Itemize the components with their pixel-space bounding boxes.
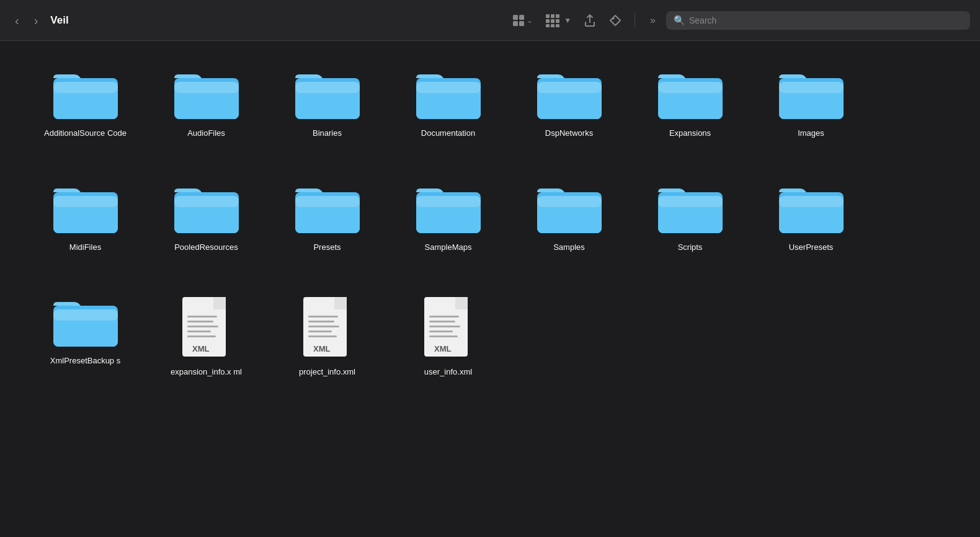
file-row-0: AdditionalSource Code AudioFiles Binarie… xyxy=(25,60,955,149)
list-chevron: ▼ xyxy=(564,16,571,25)
folder-icon xyxy=(173,66,240,122)
svg-text:XML: XML xyxy=(192,344,210,353)
file-item-2-1[interactable]: XML expansion_info.x ml xyxy=(146,287,267,388)
file-row-2: XmlPresetBackup s XML expansion_info.x m… xyxy=(25,287,955,388)
file-item-2-2[interactable]: XML project_info.xml xyxy=(267,287,388,388)
svg-rect-2 xyxy=(513,21,518,26)
file-item-1-4[interactable]: Samples xyxy=(509,174,630,263)
file-item-0-0[interactable]: AdditionalSource Code xyxy=(25,60,146,149)
back-button[interactable]: ‹ xyxy=(10,12,24,29)
file-label: Presets xyxy=(313,242,341,253)
svg-rect-7 xyxy=(546,19,550,23)
svg-rect-19 xyxy=(174,82,239,93)
svg-rect-46 xyxy=(416,196,481,207)
more-button[interactable]: » xyxy=(645,12,661,29)
file-label: Samples xyxy=(553,242,585,253)
file-row-1: MidiFiles PooledResources Presets Sample… xyxy=(25,174,955,263)
svg-rect-52 xyxy=(658,196,723,207)
tag-button[interactable] xyxy=(606,11,625,30)
svg-rect-70 xyxy=(308,321,334,322)
forward-button[interactable]: › xyxy=(29,12,43,29)
folder-icon xyxy=(536,180,603,236)
svg-rect-61 xyxy=(187,316,217,317)
file-item-0-5[interactable]: Expansions xyxy=(630,60,751,149)
folder-icon xyxy=(52,180,119,236)
file-label: Binaries xyxy=(313,128,342,139)
file-item-2-3[interactable]: XML user_info.xml xyxy=(388,287,509,388)
file-item-0-2[interactable]: Binaries xyxy=(267,60,388,149)
folder-icon xyxy=(52,66,119,122)
svg-point-13 xyxy=(613,17,615,19)
svg-rect-34 xyxy=(779,82,844,93)
file-label: Expansions xyxy=(669,128,711,139)
file-label: Images xyxy=(798,128,824,139)
svg-rect-76 xyxy=(455,297,468,309)
file-item-0-1[interactable]: AudioFiles xyxy=(146,60,267,149)
folder-icon xyxy=(294,66,361,122)
file-item-1-5[interactable]: Scripts xyxy=(630,174,751,263)
window-title: Veil xyxy=(50,14,68,27)
svg-rect-10 xyxy=(546,24,550,27)
svg-rect-58 xyxy=(53,309,118,321)
search-bar: 🔍 xyxy=(666,11,970,30)
file-item-2-0[interactable]: XmlPresetBackup s xyxy=(25,287,146,388)
svg-rect-72 xyxy=(308,331,332,332)
svg-rect-71 xyxy=(308,326,339,327)
svg-rect-5 xyxy=(551,14,555,18)
folder-icon xyxy=(657,180,724,236)
file-item-1-0[interactable]: MidiFiles xyxy=(25,174,146,263)
file-label: SampleMaps xyxy=(425,242,472,253)
file-label: XmlPresetBackup s xyxy=(50,355,120,366)
toolbar: ‹ › Veil ⌄ xyxy=(0,0,980,41)
search-icon: 🔍 xyxy=(674,15,685,26)
svg-rect-1 xyxy=(519,15,524,20)
file-item-1-1[interactable]: PooledResources xyxy=(146,174,267,263)
svg-rect-63 xyxy=(187,326,218,327)
svg-rect-64 xyxy=(187,331,211,332)
file-label: UserPresets xyxy=(789,242,834,253)
file-item-1-6[interactable]: UserPresets xyxy=(751,174,871,263)
list-view-button[interactable]: ▼ xyxy=(543,11,574,30)
file-label: AdditionalSource Code xyxy=(44,128,127,139)
svg-rect-4 xyxy=(546,14,550,18)
svg-rect-68 xyxy=(334,297,347,309)
file-label: PooledResources xyxy=(174,242,238,253)
view-chevron: ⌄ xyxy=(527,16,533,25)
view-toggle-icon-grid[interactable]: ⌄ xyxy=(509,11,535,30)
svg-rect-60 xyxy=(213,297,226,309)
svg-rect-65 xyxy=(187,335,216,337)
folder-icon xyxy=(536,66,603,122)
file-label: AudioFiles xyxy=(187,128,225,139)
svg-rect-9 xyxy=(556,19,559,23)
toolbar-separator xyxy=(635,13,635,28)
svg-rect-8 xyxy=(551,19,555,23)
search-input[interactable] xyxy=(689,16,963,25)
svg-text:XML: XML xyxy=(434,344,452,353)
svg-rect-77 xyxy=(429,316,459,317)
grid-view-button[interactable]: ⌄ xyxy=(509,11,535,30)
svg-rect-31 xyxy=(658,82,723,93)
svg-rect-25 xyxy=(416,82,481,93)
folder-icon xyxy=(657,66,724,122)
file-item-1-2[interactable]: Presets xyxy=(267,174,388,263)
folder-icon xyxy=(778,66,845,122)
folder-icon xyxy=(778,180,845,236)
share-button[interactable] xyxy=(581,11,599,30)
svg-rect-11 xyxy=(551,24,555,27)
file-item-0-6[interactable]: Images xyxy=(751,60,871,149)
svg-rect-55 xyxy=(779,196,844,207)
xml-file-icon: XML xyxy=(179,293,234,360)
file-label: DspNetworks xyxy=(545,128,593,139)
svg-rect-40 xyxy=(174,196,239,207)
file-item-1-3[interactable]: SampleMaps xyxy=(388,174,509,263)
toolbar-icons: ⌄ ▼ xyxy=(509,11,661,30)
folder-icon xyxy=(415,66,482,122)
file-item-0-4[interactable]: DspNetworks xyxy=(509,60,630,149)
svg-text:XML: XML xyxy=(313,344,331,353)
file-item-0-3[interactable]: Documentation xyxy=(388,60,509,149)
svg-rect-73 xyxy=(308,335,337,337)
file-grid: AdditionalSource Code AudioFiles Binarie… xyxy=(0,41,980,406)
svg-rect-78 xyxy=(429,321,455,322)
svg-rect-49 xyxy=(537,196,602,207)
svg-rect-79 xyxy=(429,326,460,327)
